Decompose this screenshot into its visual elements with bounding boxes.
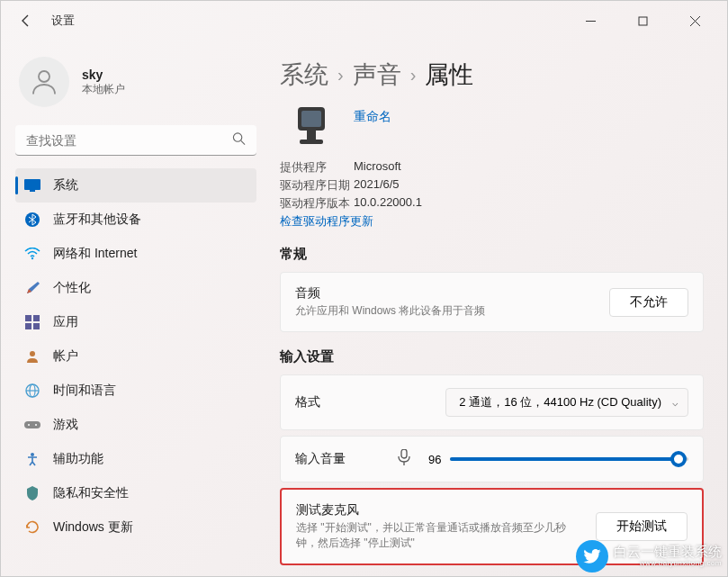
svg-rect-25: [307, 131, 316, 140]
nav-gaming[interactable]: 游戏: [15, 408, 256, 442]
format-card: 格式 2 通道，16 位，44100 Hz (CD Quality) ⌵: [280, 374, 704, 430]
check-driver-link[interactable]: 检查驱动程序更新: [280, 213, 704, 230]
svg-point-21: [35, 424, 37, 426]
svg-rect-14: [33, 323, 40, 329]
svg-point-5: [233, 133, 241, 141]
globe-icon: [24, 383, 40, 399]
disallow-button[interactable]: 不允许: [609, 288, 688, 317]
svg-rect-12: [33, 315, 40, 321]
volume-slider[interactable]: [450, 457, 688, 461]
wifi-icon: [24, 246, 40, 262]
twitter-icon: [576, 540, 608, 572]
maximize-button[interactable]: [625, 7, 661, 34]
svg-point-22: [31, 453, 34, 456]
system-icon: [24, 177, 40, 194]
nav-label: 时间和语言: [53, 383, 116, 399]
driver-version-value: 10.0.22000.1: [354, 195, 422, 212]
chevron-right-icon: ›: [337, 65, 344, 86]
nav-label: 应用: [53, 314, 78, 330]
minimize-button[interactable]: [572, 7, 608, 34]
start-test-button[interactable]: 开始测试: [596, 512, 688, 541]
watermark-main: 白云一键重装系统: [614, 545, 722, 560]
svg-rect-24: [301, 111, 321, 127]
accessibility-icon: [24, 451, 40, 467]
nav-label: 游戏: [53, 417, 78, 433]
chevron-down-icon: ⌵: [672, 397, 679, 409]
update-icon: [24, 519, 40, 536]
nav-time-language[interactable]: 时间和语言: [15, 374, 256, 408]
microphone-device-icon: [287, 104, 336, 152]
nav-label: 帐户: [53, 348, 78, 365]
nav-label: 网络和 Internet: [53, 246, 137, 262]
svg-rect-8: [30, 190, 35, 192]
svg-line-6: [241, 140, 245, 144]
sidebar: sky 本地帐户 系统 蓝牙和其他设备 网络和 Internet 个性化 应用 …: [1, 41, 271, 576]
breadcrumb-current: 属性: [425, 59, 473, 91]
nav-label: Windows 更新: [53, 519, 133, 536]
svg-point-15: [30, 351, 35, 356]
volume-card: 输入音量 96: [280, 436, 704, 482]
volume-value: 96: [428, 453, 441, 466]
audio-title: 音频: [295, 285, 609, 302]
svg-rect-1: [639, 17, 647, 25]
nav-label: 个性化: [53, 280, 91, 296]
svg-rect-7: [24, 179, 40, 190]
svg-rect-11: [25, 315, 31, 321]
slider-fill: [450, 457, 679, 461]
bluetooth-icon: [24, 212, 40, 228]
format-value: 2 通道，16 位，44100 Hz (CD Quality): [459, 394, 661, 410]
breadcrumb: 系统 › 声音 › 属性: [280, 59, 704, 91]
avatar: [19, 57, 69, 107]
test-sub: 选择 "开始测试"，并以正常音量通话或播放音频至少几秒钟，然后选择 "停止测试": [296, 520, 566, 551]
nav-personalization[interactable]: 个性化: [15, 271, 256, 305]
format-title: 格式: [295, 394, 445, 410]
microphone-icon: [398, 449, 410, 469]
chevron-right-icon: ›: [410, 65, 417, 86]
main-content: 系统 › 声音 › 属性 重命名 提供程序Microsoft 驱动程序日期202…: [271, 41, 727, 576]
breadcrumb-sound[interactable]: 声音: [353, 59, 401, 91]
window-title: 设置: [51, 13, 75, 29]
provider-value: Microsoft: [354, 159, 401, 176]
nav-label: 系统: [53, 177, 78, 194]
device-header: 重命名: [280, 104, 704, 152]
watermark-sub: www.baiyunxitong.com: [614, 560, 722, 568]
nav-system[interactable]: 系统: [15, 168, 256, 203]
profile-name: sky: [82, 68, 125, 82]
format-dropdown[interactable]: 2 通道，16 位，44100 Hz (CD Quality) ⌵: [445, 388, 688, 417]
section-input: 输入设置: [280, 348, 704, 365]
driver-date-value: 2021/6/5: [354, 177, 400, 194]
nav-accessibility[interactable]: 辅助功能: [15, 442, 256, 476]
brush-icon: [24, 280, 40, 296]
profile-sub: 本地帐户: [82, 82, 125, 97]
nav-network[interactable]: 网络和 Internet: [15, 237, 256, 271]
gamepad-icon: [24, 417, 40, 433]
nav-label: 蓝牙和其他设备: [53, 212, 141, 228]
nav-bluetooth[interactable]: 蓝牙和其他设备: [15, 203, 256, 237]
svg-point-20: [28, 424, 30, 426]
back-button[interactable]: [15, 10, 37, 32]
nav-privacy[interactable]: 隐私和安全性: [15, 476, 256, 510]
audio-card: 音频 允许应用和 Windows 将此设备用于音频 不允许: [280, 272, 704, 332]
driver-version-label: 驱动程序版本: [280, 195, 354, 212]
svg-rect-26: [300, 140, 323, 144]
driver-date-label: 驱动程序日期: [280, 177, 354, 194]
nav-apps[interactable]: 应用: [15, 305, 256, 339]
nav-label: 辅助功能: [53, 451, 103, 467]
nav-windows-update[interactable]: Windows 更新: [15, 510, 256, 545]
watermark: 白云一键重装系统 www.baiyunxitong.com: [576, 540, 722, 572]
profile-section[interactable]: sky 本地帐户: [15, 50, 256, 125]
rename-link[interactable]: 重命名: [354, 109, 391, 125]
svg-rect-27: [401, 449, 407, 458]
audio-sub: 允许应用和 Windows 将此设备用于音频: [295, 303, 609, 319]
svg-point-4: [39, 71, 49, 82]
search-container: [15, 125, 256, 156]
section-general: 常规: [280, 246, 704, 263]
breadcrumb-system[interactable]: 系统: [280, 59, 328, 91]
shield-icon: [24, 485, 40, 501]
nav-list: 系统 蓝牙和其他设备 网络和 Internet 个性化 应用 帐户 时间和语言 …: [15, 168, 256, 545]
search-input[interactable]: [15, 125, 256, 156]
nav-label: 隐私和安全性: [53, 485, 129, 501]
close-button[interactable]: [677, 7, 713, 34]
nav-accounts[interactable]: 帐户: [15, 339, 256, 374]
slider-thumb[interactable]: [670, 451, 687, 467]
